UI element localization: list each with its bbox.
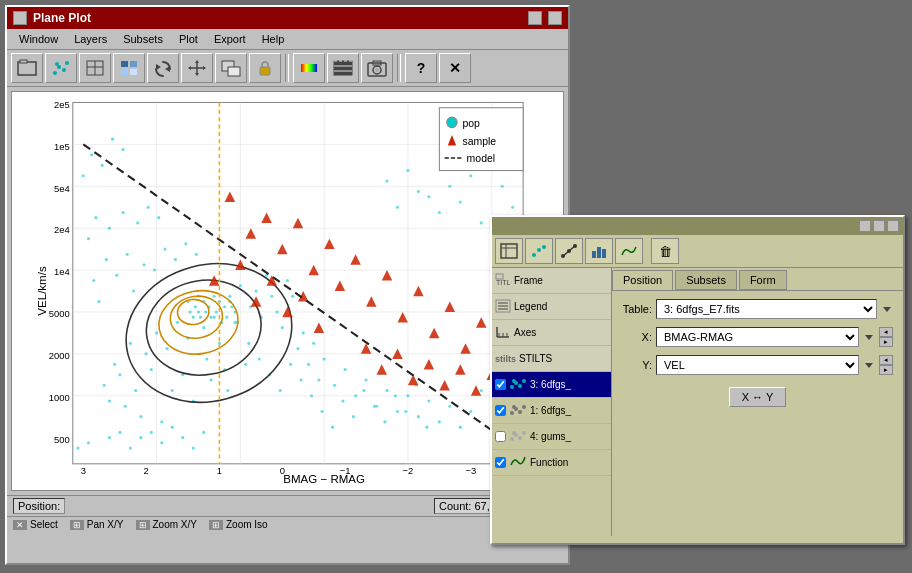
svg-point-175: [469, 174, 472, 177]
svg-text:1: 1: [217, 465, 222, 476]
frame-label: Frame: [514, 275, 543, 286]
menu-export[interactable]: Export: [206, 31, 254, 47]
svg-point-142: [383, 420, 386, 423]
menu-help[interactable]: Help: [254, 31, 293, 47]
svg-point-118: [139, 415, 142, 418]
svg-point-101: [385, 389, 388, 392]
svg-rect-276: [592, 251, 596, 258]
menu-layers[interactable]: Layers: [66, 31, 115, 47]
table-select[interactable]: 3: 6dfgs_E7.fits: [656, 299, 877, 319]
svg-point-211: [225, 316, 228, 319]
minimize-btn[interactable]: [528, 11, 542, 25]
svg-point-106: [438, 420, 441, 423]
tab-position[interactable]: Position: [612, 270, 673, 290]
layer-gums[interactable]: 4: gums_: [492, 424, 611, 450]
layer-frame[interactable]: TITLE Frame: [492, 268, 611, 294]
svg-point-74: [197, 310, 200, 313]
density-button[interactable]: [113, 53, 145, 83]
maximize-btn[interactable]: [548, 11, 562, 25]
add-scatter-layer-btn[interactable]: [525, 238, 553, 264]
svg-point-129: [247, 342, 250, 345]
layers-title-buttons: [859, 220, 899, 232]
layers-minimize-btn[interactable]: [859, 220, 871, 232]
function-checkbox[interactable]: [495, 457, 506, 468]
close-button[interactable]: ✕: [439, 53, 471, 83]
x-select[interactable]: BMAG-RMAG: [656, 327, 859, 347]
layer-1dfgs[interactable]: 1: 6dfgs_: [492, 398, 611, 424]
x-label: X:: [622, 331, 652, 343]
layer4-checkbox[interactable]: [495, 431, 506, 442]
refresh-button[interactable]: [147, 53, 179, 83]
grid-button[interactable]: [79, 53, 111, 83]
main-title-bar: Plane Plot: [7, 7, 568, 29]
delete-layer-btn[interactable]: 🗑: [651, 238, 679, 264]
svg-point-85: [270, 295, 273, 298]
zoom-in-button[interactable]: [215, 53, 247, 83]
layer-legend[interactable]: Legend: [492, 294, 611, 320]
svg-point-158: [195, 253, 198, 256]
svg-point-133: [289, 363, 292, 366]
add-table-layer-btn[interactable]: [495, 238, 523, 264]
layer-function[interactable]: Function: [492, 450, 611, 476]
y-select[interactable]: VEL: [656, 355, 859, 375]
add-line-layer-btn[interactable]: [555, 238, 583, 264]
svg-point-130: [258, 358, 261, 361]
position-label: Position:: [13, 498, 65, 514]
key-zoom-xy[interactable]: ⊞ Zoom X/Y: [136, 519, 197, 530]
key-zoom-iso[interactable]: ⊞ Zoom Iso: [209, 519, 268, 530]
contour-button[interactable]: [327, 53, 359, 83]
y-prev-btn[interactable]: ◂: [879, 355, 893, 365]
position-form: Table: 3: 6dfgs_E7.fits X: BMAG-RMAG: [612, 291, 903, 415]
plot-area[interactable]: VEL/km/s BMAG − RMAG: [11, 91, 564, 491]
lock-button[interactable]: [249, 53, 281, 83]
svg-point-90: [296, 347, 299, 350]
svg-rect-24: [260, 67, 270, 75]
tab-subsets[interactable]: Subsets: [675, 270, 737, 290]
layer-3dfgs[interactable]: 3: 6dfgs_: [492, 372, 611, 398]
key-pan[interactable]: ⊞ Pan X/Y: [70, 519, 124, 530]
y-next-btn[interactable]: ▸: [879, 365, 893, 375]
svg-point-2: [53, 71, 57, 75]
x-prev-btn[interactable]: ◂: [879, 327, 893, 337]
svg-point-191: [160, 441, 163, 444]
camera-button[interactable]: [361, 53, 393, 83]
pan-button[interactable]: [181, 53, 213, 83]
svg-point-160: [94, 216, 97, 219]
scatter-button[interactable]: [45, 53, 77, 83]
colormap-button[interactable]: [293, 53, 325, 83]
help-button[interactable]: ?: [405, 53, 437, 83]
layer3-checkbox[interactable]: [495, 379, 506, 390]
add-bar-layer-btn[interactable]: [585, 238, 613, 264]
svg-point-181: [480, 221, 483, 224]
svg-point-141: [373, 405, 376, 408]
svg-point-104: [417, 415, 420, 418]
menu-window[interactable]: Window: [11, 31, 66, 47]
svg-point-139: [352, 415, 355, 418]
layers-close-btn[interactable]: [887, 220, 899, 232]
x-next-btn[interactable]: ▸: [879, 337, 893, 347]
svg-point-107: [448, 405, 451, 408]
svg-point-4: [62, 68, 66, 72]
svg-rect-277: [597, 247, 601, 258]
menu-subsets[interactable]: Subsets: [115, 31, 171, 47]
exchange-btn[interactable]: X ↔ Y: [729, 387, 787, 407]
layer-axes[interactable]: Axes: [492, 320, 611, 346]
svg-point-192: [171, 426, 174, 429]
add-function-layer-btn[interactable]: [615, 238, 643, 264]
svg-point-295: [510, 411, 514, 415]
svg-point-197: [189, 310, 192, 313]
layer4-label: 4: gums_: [530, 431, 571, 442]
menu-bar: Window Layers Subsets Plot Export Help: [7, 29, 568, 50]
layer1-checkbox[interactable]: [495, 405, 506, 416]
load-button[interactable]: [11, 53, 43, 83]
layer4-icon: [509, 429, 527, 445]
svg-marker-305: [883, 307, 891, 312]
key-select[interactable]: ✕ Select: [13, 519, 58, 530]
svg-point-183: [511, 206, 514, 209]
layers-maximize-btn[interactable]: [873, 220, 885, 232]
svg-marker-18: [195, 60, 199, 63]
tab-form[interactable]: Form: [739, 270, 787, 290]
menu-plot[interactable]: Plot: [171, 31, 206, 47]
status-bar: Position: Count: 67,239 / 180,137: [7, 495, 568, 516]
layer-stilts[interactable]: stilts STILTS: [492, 346, 611, 372]
